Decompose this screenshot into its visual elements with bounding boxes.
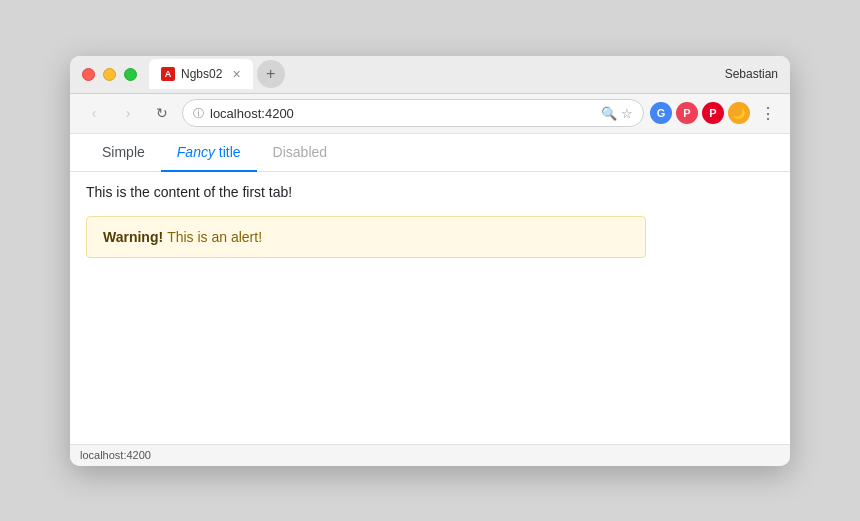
maximize-button[interactable] — [124, 68, 137, 81]
back-button[interactable]: ‹ — [80, 99, 108, 127]
new-tab-button[interactable]: + — [257, 60, 285, 88]
alert-bold-text: Warning! — [103, 229, 163, 245]
traffic-lights — [82, 68, 137, 81]
search-icon[interactable]: 🔍 — [601, 106, 617, 121]
tab-favicon: A — [161, 67, 175, 81]
alert-text: This is an alert! — [167, 229, 262, 245]
address-bar[interactable]: ⓘ localhost:4200 🔍 ☆ — [182, 99, 644, 127]
browser-extensions: G P P 🌙 — [650, 102, 750, 124]
forward-button[interactable]: › — [114, 99, 142, 127]
reload-button[interactable]: ↻ — [148, 99, 176, 127]
tab-close-button[interactable]: × — [232, 67, 240, 81]
close-button[interactable] — [82, 68, 95, 81]
tab-content-area: This is the content of the first tab! Wa… — [70, 184, 790, 258]
alert-warning: Warning! This is an alert! — [86, 216, 646, 258]
title-bar: A Ngbs02 × + Sebastian — [70, 56, 790, 94]
bookmark-icon[interactable]: ☆ — [621, 106, 633, 121]
tab-area: A Ngbs02 × + — [149, 59, 725, 89]
user-name: Sebastian — [725, 67, 778, 81]
tab-content-text: This is the content of the first tab! — [86, 184, 774, 200]
tab-simple[interactable]: Simple — [86, 134, 161, 172]
lock-icon: ⓘ — [193, 106, 204, 121]
fancy-tab-label: title — [219, 144, 241, 160]
page-content: Simple Fancy title Disabled This is the … — [70, 134, 790, 444]
address-icons: 🔍 ☆ — [601, 106, 633, 121]
tab-fancy[interactable]: Fancy title — [161, 134, 257, 172]
url-text: localhost:4200 — [210, 106, 595, 121]
status-text: localhost:4200 — [80, 449, 151, 461]
nav-bar: ‹ › ↻ ⓘ localhost:4200 🔍 ☆ G P P — [70, 94, 790, 134]
tab-disabled: Disabled — [257, 134, 343, 172]
status-bar: localhost:4200 — [70, 444, 790, 466]
tab-navigation: Simple Fancy title Disabled — [70, 134, 790, 172]
more-options-button[interactable]: ⋮ — [756, 104, 780, 123]
extension-moon[interactable]: 🌙 — [728, 102, 750, 124]
browser-tab[interactable]: A Ngbs02 × — [149, 59, 253, 89]
extension-pocket[interactable]: P — [676, 102, 698, 124]
fancy-tab-icon: Fancy — [177, 144, 215, 160]
tab-title: Ngbs02 — [181, 67, 222, 81]
minimize-button[interactable] — [103, 68, 116, 81]
extension-google[interactable]: G — [650, 102, 672, 124]
browser-window: A Ngbs02 × + Sebastian ‹ › ↻ ⓘ localhost… — [70, 56, 790, 466]
extension-pinterest[interactable]: P — [702, 102, 724, 124]
